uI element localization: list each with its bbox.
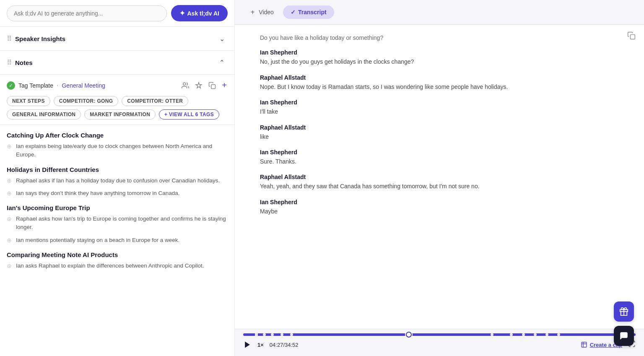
tag-view-all[interactable]: + VIEW ALL 6 TAGS <box>159 109 219 120</box>
check-icon: ✓ <box>291 9 296 16</box>
magic-icon-button[interactable] <box>194 81 203 90</box>
progress-marker <box>510 333 513 336</box>
note-text-3-0: Raphael asks how Ian's trip to Europe is… <box>16 215 228 232</box>
note-text-3-1: Ian mentions potentially staying on a be… <box>16 236 179 244</box>
transcript-entry-4: Ian Shepherd Sure. Thanks. <box>260 149 627 166</box>
tab-video[interactable]: + Video <box>243 5 281 19</box>
tag-next-steps[interactable]: NEXT STEPS <box>7 96 50 106</box>
progress-marker <box>545 333 548 336</box>
note-topic-2-title: Holidays in Different Countries <box>7 166 228 173</box>
note-item: ⊕ Ian says they don't think they have an… <box>7 189 228 197</box>
tag-market-info[interactable]: MARKET INFORMATION <box>84 109 156 120</box>
notes-header-left: ⠿ Notes <box>7 59 33 67</box>
chat-button[interactable] <box>614 326 634 346</box>
tab-transcript[interactable]: ✓ Transcript <box>283 5 334 19</box>
speaker-text-2: I'll take <box>260 107 627 116</box>
add-icon-button[interactable]: + <box>221 80 228 91</box>
speaker-text-0: No, just the do you guys get holidays in… <box>260 57 627 66</box>
progress-thumb[interactable] <box>406 332 412 338</box>
drag-icon-note-2a: ⊕ <box>7 177 12 184</box>
speaker-name-4: Ian Shepherd <box>260 149 627 156</box>
people-icon <box>182 82 189 89</box>
transcript-entry-1: Raphael Allstadt Nope. But I know today … <box>260 74 627 91</box>
notes-header: ⠿ Notes ⌄ <box>0 51 234 75</box>
speaker-insights-header: ⠿ Speaker Insights <box>7 35 65 43</box>
progress-marker <box>280 333 283 336</box>
speaker-text-4: Sure. Thanks. <box>260 157 627 166</box>
note-text-2-1: Ian says they don't think they have anyt… <box>16 189 180 197</box>
ai-input[interactable] <box>7 5 167 21</box>
svg-marker-3 <box>245 342 250 348</box>
people-icon-button[interactable] <box>181 81 190 90</box>
chevron-down-icon: ⌄ <box>219 35 225 43</box>
tag-general-info[interactable]: GENERAL INFORMATION <box>7 109 81 120</box>
copy-icon <box>208 82 216 89</box>
speed-button[interactable]: 1× <box>257 342 264 348</box>
speaker-text-6: Maybe <box>260 207 627 216</box>
magic-icon <box>195 82 203 89</box>
ask-ai-button[interactable]: ✦ Ask tl;dv AI <box>171 5 228 21</box>
speaker-text-5: Yeah, yeah, and they saw that Canada has… <box>260 182 627 191</box>
tabs-bar: + Video ✓ Transcript <box>235 0 644 25</box>
tag-template-link[interactable]: General Meeting <box>62 82 105 89</box>
left-panel: ✦ Ask tl;dv AI ⠿ Speaker Insights ⌄ ⠿ No… <box>0 0 235 356</box>
speaker-name-1: Raphael Allstadt <box>260 74 627 81</box>
transcript-entry-0: Ian Shepherd No, just the do you guys ge… <box>260 49 627 66</box>
chat-icon <box>619 331 628 340</box>
notes-list: Catching Up After Clock Change ⊕ Ian exp… <box>0 125 234 279</box>
note-item: ⊕ Ian mentions potentially staying on a … <box>7 236 228 244</box>
sparkle-icon: ✦ <box>179 9 185 17</box>
progress-marker <box>534 333 537 336</box>
notes-collapse-button[interactable]: ⌄ <box>216 57 228 68</box>
tag-template-row: ✓ Tag Template · General Meeting <box>0 75 234 94</box>
plus-icon: + <box>251 8 254 16</box>
tags-row: NEXT STEPS COMPETITOR: GONG COMPETITOR: … <box>0 94 234 125</box>
note-text-2-0: Raphael asks if Ian has a holiday today … <box>16 177 220 185</box>
speaker-name-3: Raphael Allstadt <box>260 124 627 131</box>
drag-icon-note-1: ⊕ <box>7 143 12 150</box>
transcript-entry-2: Ian Shepherd I'll take <box>260 99 627 116</box>
note-item: ⊕ Ian asks Raphael to explain the differ… <box>7 262 228 270</box>
drag-icon-notes: ⠿ <box>7 59 12 67</box>
copy-transcript-button[interactable] <box>627 31 636 42</box>
note-text-1-0: Ian explains being late/early due to clo… <box>16 142 228 159</box>
tag-template-actions: + <box>181 80 228 91</box>
gift-button[interactable] <box>614 301 634 322</box>
progress-marker <box>255 333 258 336</box>
clip-icon <box>581 341 587 348</box>
check-badge: ✓ <box>7 81 15 90</box>
progress-marker <box>271 333 274 336</box>
transcript-area: Do you have like a holiday today or some… <box>235 25 644 329</box>
chevron-up-icon: ⌄ <box>219 59 225 67</box>
notes-title: Notes <box>15 59 33 66</box>
time-display: 04:27/34:52 <box>270 342 299 348</box>
speaker-insights-section: ⠿ Speaker Insights ⌄ <box>0 27 234 51</box>
play-button[interactable] <box>243 340 252 349</box>
speaker-text-1: Nope. But I know today is Ramadan starts… <box>260 82 627 91</box>
tag-competitor-gong[interactable]: COMPETITOR: GONG <box>54 96 119 106</box>
drag-icon-note-4a: ⊕ <box>7 262 12 269</box>
progress-bar[interactable] <box>243 333 636 336</box>
note-text-4-0: Ian asks Raphael to explain the differen… <box>16 262 204 270</box>
speaker-text-3: like <box>260 132 627 141</box>
right-panel: + Video ✓ Transcript Do you have like a … <box>235 0 644 356</box>
drag-icon-note-3a: ⊕ <box>7 216 12 222</box>
transcript-entry-6: Ian Shepherd Maybe <box>260 199 627 216</box>
drag-icon-note-3b: ⊕ <box>7 237 12 244</box>
speaker-name-2: Ian Shepherd <box>260 99 627 106</box>
transcript-entry-3: Raphael Allstadt like <box>260 124 627 141</box>
tag-competitor-otter[interactable]: COMPETITOR: OTTER <box>122 96 188 106</box>
copy-icon-button[interactable] <box>208 81 217 90</box>
notes-header-right: ⌄ <box>216 57 228 68</box>
speaker-name-5: Raphael Allstadt <box>260 174 627 180</box>
tab-transcript-label: Transcript <box>298 9 327 16</box>
tag-template-separator: · <box>57 82 58 89</box>
progress-marker <box>491 333 493 336</box>
notes-section: ⠿ Notes ⌄ ✓ Tag Template · General Meeti… <box>0 51 234 279</box>
speaker-insights-collapse-button[interactable]: ⌄ <box>216 33 228 44</box>
transcript-intro: Do you have like a holiday today or some… <box>260 33 627 42</box>
play-icon <box>243 340 252 349</box>
note-topic-3-title: Ian's Upcoming Europe Trip <box>7 204 228 211</box>
svg-rect-2 <box>631 35 635 39</box>
note-topic-1-title: Catching Up After Clock Change <box>7 132 228 139</box>
